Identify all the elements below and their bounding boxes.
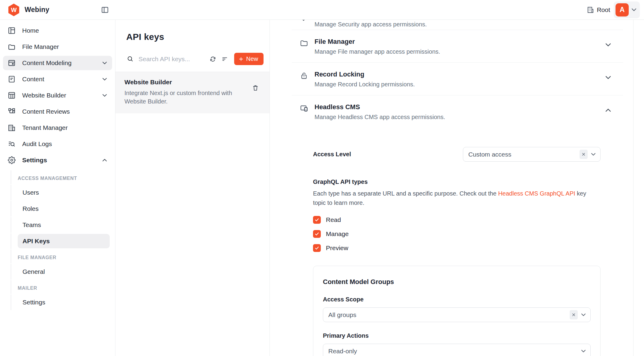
devices-icon: [300, 104, 308, 112]
headless-cms-graphql-api-link[interactable]: Headless CMS GraphQL API: [498, 190, 575, 197]
content-modeling-icon: [8, 59, 16, 67]
chevron-down-icon: [103, 62, 107, 64]
checkbox-manage[interactable]: Manage: [313, 230, 601, 238]
permission-row-description: Manage File manager app access permissio…: [315, 48, 440, 55]
chevron-up-icon: [103, 159, 107, 161]
access-level-select[interactable]: Custom access: [463, 147, 601, 162]
checkbox-preview[interactable]: Preview: [313, 244, 601, 252]
settings-subtree: ACCESS MANAGEMENT Users Roles Teams API …: [11, 170, 112, 310]
sidebar-collapse-icon[interactable]: [101, 6, 109, 14]
sort-icon[interactable]: [220, 55, 229, 64]
refresh-button[interactable]: [208, 55, 217, 64]
chevron-down-icon[interactable]: [606, 76, 611, 79]
primary-actions-select[interactable]: Read-only: [323, 344, 591, 356]
primary-actions-label: Primary Actions: [323, 332, 591, 339]
permission-row-file-manager[interactable]: File Manager Manage File manager app acc…: [292, 30, 623, 63]
sidebar-item-label: Content Reviews: [22, 108, 107, 115]
access-scope-select[interactable]: All groups: [323, 307, 591, 322]
sidebar-item-tenant-manager[interactable]: Tenant Manager: [3, 121, 112, 135]
permissions-content: Manage Security app access permissions. …: [270, 20, 644, 356]
sidebar-item-general[interactable]: General: [18, 265, 110, 279]
api-key-title: Website Builder: [124, 79, 249, 86]
section-header-access-management: ACCESS MANAGEMENT: [11, 170, 112, 184]
checkbox-checked-icon: [313, 230, 321, 238]
headless-cms-settings: Access Level Custom access GraphQL API t…: [313, 147, 601, 356]
gear-icon: [8, 156, 16, 164]
app-body: Home File Manager Content Modeling Conte…: [0, 20, 644, 356]
checkbox-read[interactable]: Read: [313, 216, 601, 224]
clear-icon[interactable]: [570, 310, 578, 319]
chevron-down-icon: [103, 78, 107, 80]
account-menu[interactable]: A: [614, 1, 640, 18]
primary-actions-value: Read-only: [328, 348, 581, 355]
chevron-down-icon[interactable]: [606, 43, 611, 46]
permission-row-title: Headless CMS: [315, 103, 445, 111]
api-keys-panel: API keys New Website Builder Integrate N…: [115, 20, 270, 356]
sidebar-item-api-keys[interactable]: API Keys: [18, 234, 110, 248]
sidebar-item-settings[interactable]: Settings: [3, 153, 112, 167]
api-key-description: Integrate Next.js or custom frontend wit…: [124, 89, 249, 106]
sidebar-item-audit-logs[interactable]: Audit Logs: [3, 137, 112, 151]
new-button-label: New: [246, 55, 258, 62]
sidebar-item-teams[interactable]: Teams: [18, 218, 110, 232]
new-api-key-button[interactable]: New: [234, 53, 264, 65]
chevron-down-icon: [591, 153, 595, 156]
permission-row-record-locking[interactable]: Record Locking Manage Record Locking per…: [292, 63, 623, 95]
sidebar-item-label: File Manager: [22, 43, 107, 50]
sidebar-item-label: Content: [22, 76, 103, 83]
search-input[interactable]: [139, 55, 205, 63]
graphql-api-types-description: Each type has a separate URL and a speci…: [313, 189, 595, 208]
sidebar-item-content[interactable]: Content: [3, 72, 112, 86]
sidebar-item-content-modeling[interactable]: Content Modeling: [3, 56, 112, 70]
chevron-down-icon: [103, 94, 107, 97]
page-title: API keys: [115, 20, 270, 42]
api-key-list-item[interactable]: Website Builder Integrate Next.js or cus…: [115, 72, 270, 113]
chevron-down-icon: [301, 20, 306, 22]
sidebar-item-file-manager[interactable]: File Manager: [3, 40, 112, 54]
sidebar-item-content-reviews[interactable]: Content Reviews: [3, 104, 112, 119]
chevron-down-icon: [632, 8, 636, 11]
audit-search-icon: [8, 140, 16, 148]
svg-text:W: W: [11, 7, 17, 13]
app-header: W Webiny Root A: [0, 0, 644, 20]
permission-row-title: File Manager: [315, 38, 440, 46]
sidebar-item-label: Website Builder: [22, 92, 103, 99]
sidebar-header: W Webiny: [0, 3, 115, 16]
permission-row-headless-cms[interactable]: Headless CMS Manage Headless CMS app acc…: [292, 95, 623, 128]
permission-row-title: Record Locking: [315, 70, 415, 78]
tenant-switcher[interactable]: Root: [587, 6, 610, 13]
permission-row-description: Manage Security app access permissions.: [315, 21, 427, 28]
list-toolbar: New: [115, 53, 270, 72]
section-header-file-manager: FILE MANAGER: [11, 250, 112, 263]
delete-icon[interactable]: [252, 85, 259, 91]
checkbox-label: Read: [326, 216, 341, 223]
graphql-api-types-section: GraphQL API types Each type has a separa…: [313, 178, 601, 208]
folder-icon: [8, 43, 16, 51]
grid-columns-icon: [8, 91, 16, 99]
folder-icon: [300, 39, 308, 47]
permission-row-security-partial[interactable]: Manage Security app access permissions.: [292, 20, 623, 30]
sidebar-item-mailer-settings[interactable]: Settings: [18, 295, 110, 310]
sidebar-item-users[interactable]: Users: [18, 185, 110, 200]
content-model-groups-title: Content Model Groups: [323, 278, 591, 286]
workflow-icon: [8, 108, 16, 115]
sidebar-item-website-builder[interactable]: Website Builder: [3, 88, 112, 103]
chevron-down-icon: [581, 350, 586, 352]
permission-row-description: Manage Record Locking permissions.: [315, 81, 415, 88]
clear-icon[interactable]: [580, 150, 588, 159]
sidebar-item-label: Content Modeling: [22, 59, 103, 67]
access-level-label: Access Level: [313, 151, 351, 158]
access-scope-value: All groups: [328, 311, 570, 319]
search-icon: [127, 55, 134, 62]
sidebar-item-home[interactable]: Home: [3, 23, 112, 38]
sidebar-item-roles[interactable]: Roles: [18, 202, 110, 216]
graphql-api-types-header: GraphQL API types: [313, 178, 601, 185]
permission-accordion: Manage Security app access permissions. …: [292, 20, 623, 128]
sidebar-item-label: Settings: [22, 157, 103, 164]
tenant-label: Root: [597, 6, 610, 13]
access-level-field: Access Level Custom access: [313, 147, 601, 162]
section-header-mailer: MAILER: [11, 280, 112, 294]
avatar: A: [616, 3, 629, 16]
chevron-down-icon: [581, 313, 586, 316]
chevron-up-icon[interactable]: [606, 109, 611, 112]
